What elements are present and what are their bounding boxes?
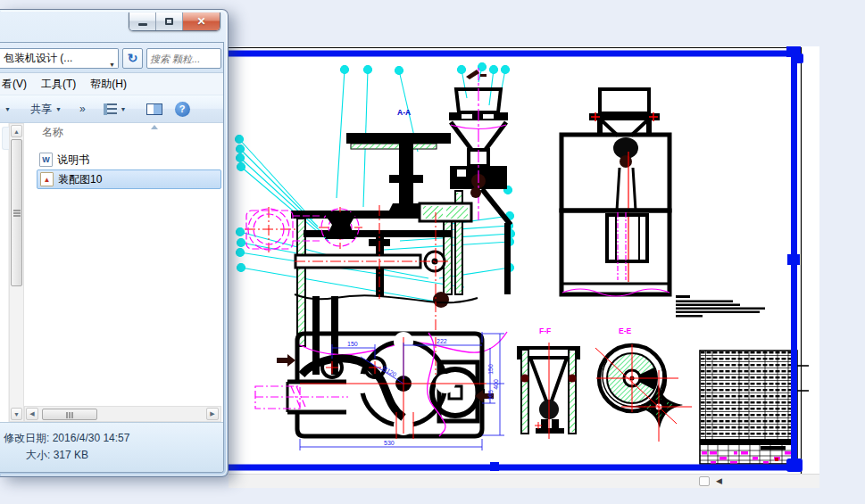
- section-label-ee: E-E: [619, 326, 632, 335]
- modified-date-value: 2016/4/30 14:57: [53, 432, 130, 444]
- grip-top-right-blob: [794, 54, 803, 63]
- change-view-button[interactable]: ▼: [98, 100, 132, 119]
- menu-item-help[interactable]: 帮助(H): [83, 74, 134, 95]
- caption-buttons: ✕: [129, 12, 220, 31]
- share-label: 共享: [30, 102, 52, 117]
- toolbar-overflow-chevron[interactable]: »: [74, 103, 91, 115]
- file-name: 说明书: [57, 153, 89, 168]
- cad-hscroll-thumb[interactable]: [699, 476, 710, 486]
- file-name: 装配图10: [58, 172, 102, 187]
- cad-drawing-canvas[interactable]: A-A: [229, 46, 819, 474]
- svg-text:R120: R120: [381, 365, 397, 378]
- chevron-down-icon: ▼: [55, 106, 62, 112]
- explorer-window: ✕ 包装机设计 (... ▼ ↻ 看(V) 工具(T) 帮助(H): [0, 9, 229, 477]
- preview-pane-icon: [146, 103, 162, 115]
- minimize-icon: [138, 23, 147, 26]
- cad-hscroll-left-arrow[interactable]: ◀: [716, 476, 722, 486]
- scroll-left-button[interactable]: ◀: [26, 408, 38, 420]
- cad-drawing-icon: ▲: [40, 172, 54, 186]
- title-block-entries: [702, 451, 793, 464]
- column-header-name[interactable]: 名称: [24, 123, 223, 141]
- share-button[interactable]: 共享 ▼: [25, 98, 67, 120]
- window-client-area: 包装机设计 (... ▼ ↻ 看(V) 工具(T) 帮助(H) ▼ 共享: [0, 42, 224, 473]
- section-label-ff: F-F: [539, 326, 551, 335]
- svg-text:400: 400: [493, 379, 499, 390]
- chevron-down-icon: ▼: [121, 106, 127, 112]
- close-icon: ✕: [196, 15, 205, 28]
- hscroll-thumb[interactable]: [42, 409, 97, 420]
- cad-drawing: A-A: [229, 46, 819, 474]
- chevron-down-icon[interactable]: ▼: [0, 106, 11, 112]
- list-view-icon: [104, 103, 117, 115]
- desktop: A-A: [0, 0, 865, 504]
- command-toolbar: ▼ 共享 ▼ » ▼ ?: [0, 95, 223, 123]
- search-box: [146, 48, 221, 69]
- tech-notes: [676, 295, 765, 318]
- side-view: [561, 89, 670, 296]
- maximize-button[interactable]: [156, 12, 183, 30]
- file-size-label: 大小:: [26, 449, 50, 461]
- menu-bar: 看(V) 工具(T) 帮助(H): [0, 73, 223, 95]
- file-list: W 说明书 ▲ 装配图10: [24, 150, 223, 189]
- svg-text:150: 150: [347, 341, 358, 347]
- column-header-label: 名称: [42, 126, 63, 138]
- assembly-front-view: [245, 68, 511, 375]
- modified-date-label: 修改日期:: [4, 432, 49, 444]
- help-button[interactable]: ?: [175, 102, 190, 117]
- refresh-icon: ↻: [128, 51, 138, 65]
- file-size-value: 317 KB: [54, 449, 88, 461]
- navigation-pane-sliver: [0, 123, 9, 422]
- modified-date-row: 修改日期: 2016/4/30 14:57: [4, 431, 129, 446]
- maximize-icon: [165, 18, 173, 25]
- svg-text:105: 105: [487, 390, 494, 401]
- svg-text:222: 222: [437, 338, 447, 344]
- file-size-row: 大小: 317 KB: [26, 448, 88, 463]
- scroll-right-button[interactable]: ▶: [206, 408, 219, 420]
- file-browser-content: ▲ ▼ 名称 W 说明书 ▲: [0, 123, 223, 422]
- address-path: 包装机设计 (...: [4, 52, 72, 64]
- vscroll-thumb[interactable]: [11, 139, 22, 286]
- list-item[interactable]: W 说明书: [24, 150, 221, 169]
- section-ee-view: E-E: [595, 326, 692, 442]
- list-item-selected[interactable]: ▲ 装配图10: [37, 169, 221, 189]
- section-ff-view: F-F: [519, 326, 578, 439]
- scroll-up-button[interactable]: ▲: [11, 125, 22, 137]
- cad-horizontal-scrollbar[interactable]: ◀: [229, 474, 819, 488]
- plan-view: 150 222 150 105 400 530 R120: [255, 332, 504, 450]
- scroll-down-button[interactable]: ▼: [11, 408, 22, 420]
- address-combo[interactable]: 包装机设计 (... ▼: [0, 48, 119, 69]
- menu-item-tools[interactable]: 工具(T): [34, 74, 83, 95]
- grip-bottom-mid: [490, 462, 499, 471]
- preview-pane-button[interactable]: [141, 100, 168, 119]
- chevron-down-icon[interactable]: ▼: [109, 55, 115, 69]
- help-icon: ?: [179, 103, 186, 114]
- horizontal-scrollbar[interactable]: ◀ ▶: [24, 406, 221, 422]
- grip-right-mid: [787, 254, 800, 265]
- nav-tree-item[interactable]: [2, 127, 9, 150]
- address-bar: 包装机设计 (... ▼ ↻: [0, 43, 223, 73]
- word-document-icon: W: [39, 153, 53, 167]
- sort-ascending-icon: [151, 125, 158, 129]
- search-input[interactable]: [147, 49, 220, 68]
- vertical-scrollbar[interactable]: ▲ ▼: [9, 123, 24, 422]
- section-label-aa: A-A: [397, 108, 411, 117]
- svg-text:530: 530: [384, 440, 395, 446]
- menu-item-view[interactable]: 看(V): [0, 74, 34, 95]
- file-list-area: 名称 W 说明书 ▲ 装配图10 ◀: [24, 123, 223, 422]
- refresh-button[interactable]: ↻: [122, 48, 143, 69]
- details-pane: 修改日期: 2016/4/30 14:57 大小: 317 KB: [0, 422, 223, 473]
- grip-bottom-right: [786, 459, 803, 472]
- close-button[interactable]: ✕: [183, 12, 220, 30]
- minimize-button[interactable]: [129, 12, 156, 30]
- svg-text:150: 150: [487, 364, 494, 375]
